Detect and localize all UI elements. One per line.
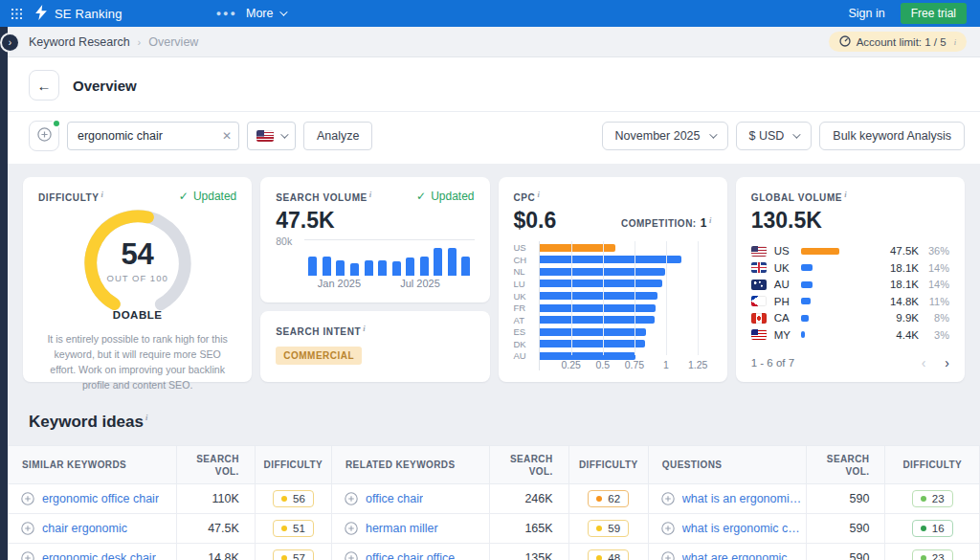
- info-icon[interactable]: i: [101, 190, 104, 199]
- gridline: [698, 241, 699, 355]
- cpc-x-tick: 0.25: [561, 359, 580, 370]
- column-header-search-vol[interactable]: SEARCHVOL.: [807, 446, 885, 484]
- keyword-search-input[interactable]: [67, 122, 239, 150]
- cpc-x-tick: 1.25: [688, 359, 707, 370]
- difficulty-cell: 56: [255, 484, 331, 514]
- add-keyword-button[interactable]: [29, 121, 59, 151]
- keyword-link[interactable]: what are ergonomic ch…: [682, 551, 806, 560]
- keyword-link[interactable]: ergonomic office chair: [42, 492, 159, 505]
- difficulty-dot-icon: [281, 496, 287, 502]
- keyword-link[interactable]: office chair office: [366, 551, 455, 560]
- search-vol-cell: 110K: [176, 484, 255, 514]
- add-keyword-icon[interactable]: [661, 522, 675, 535]
- country-volume-row: CA9.9K8%: [751, 309, 949, 326]
- search-volume-chart: 80k Jan 2025Jul 2025: [276, 239, 474, 291]
- clear-input-icon[interactable]: ✕: [222, 129, 232, 143]
- keyword-link[interactable]: what is ergonomic chair: [682, 522, 806, 535]
- cpc-bar-row: [540, 254, 712, 266]
- column-header-difficulty[interactable]: DIFFICULTY: [255, 446, 331, 484]
- cpc-bar-row: [540, 325, 712, 338]
- cpc-country-label: FR: [514, 302, 539, 314]
- country-volume-percent: 36%: [919, 245, 949, 257]
- keyword-cell-content: what is ergonomic chair: [661, 522, 806, 535]
- info-icon[interactable]: i: [363, 324, 366, 333]
- difficulty-cell: 23: [885, 544, 980, 560]
- column-header-difficulty[interactable]: DIFFICULTY: [885, 446, 980, 484]
- bulk-analysis-button[interactable]: Bulk keyword Analysis: [819, 122, 965, 150]
- plus-circle-icon: [37, 127, 52, 145]
- account-limit-badge: Account limit: 1 / 5i: [829, 32, 967, 52]
- info-icon[interactable]: i: [709, 215, 712, 225]
- keyword-link[interactable]: ergonomic desk chair: [42, 551, 156, 560]
- column-header-search-vol[interactable]: SEARCHVOL.: [176, 446, 255, 484]
- column-header-difficulty[interactable]: DIFFICULTY: [568, 446, 648, 484]
- keyword-cell-content: ergonomic desk chair: [21, 551, 176, 560]
- add-keyword-icon[interactable]: [21, 492, 34, 505]
- difficulty-dot-icon: [921, 526, 926, 531]
- volume-bar: [406, 258, 414, 276]
- difficulty-label: DIFFICULTYi: [38, 190, 104, 203]
- analyze-button[interactable]: Analyze: [303, 122, 372, 150]
- brand-logo[interactable]: SE Ranking: [34, 5, 122, 23]
- more-menu[interactable]: More: [246, 7, 285, 20]
- country-code: MY: [774, 329, 797, 341]
- breadcrumb-parent[interactable]: Keyword Research: [29, 35, 130, 49]
- column-header-keywords[interactable]: SIMILAR KEYWORDS: [9, 446, 177, 484]
- cpc-x-tick: 0.75: [625, 359, 644, 370]
- table-row: ergonomic office chair110K56office chair…: [9, 484, 980, 514]
- cpc-country-labels: USCHNLLUUKFRATESDKAU: [514, 241, 539, 370]
- add-keyword-icon[interactable]: [661, 551, 675, 560]
- column-header-keywords[interactable]: RELATED KEYWORDS: [331, 446, 489, 484]
- difficulty-dot-icon: [596, 555, 602, 560]
- sign-in-link[interactable]: Sign in: [848, 7, 884, 20]
- search-toolbar: ✕ Analyze November 2025 $ USD Bulk keywo…: [8, 112, 980, 164]
- keyword-link[interactable]: chair ergonomic: [42, 522, 127, 535]
- top-bar: SE Ranking ●●● More Sign in Free trial: [0, 0, 980, 27]
- info-icon[interactable]: i: [844, 190, 847, 199]
- keyword-link[interactable]: herman miller: [366, 522, 438, 535]
- keyword-cell: office chair: [331, 484, 489, 514]
- keyword-link[interactable]: office chair: [366, 492, 423, 505]
- us-flag-icon: [256, 130, 274, 142]
- keyword-link[interactable]: what is an ergonomic c…: [682, 492, 806, 505]
- volume-bar: [392, 261, 401, 276]
- check-icon: ✓: [179, 190, 189, 203]
- difficulty-dot-icon: [281, 526, 287, 531]
- info-icon[interactable]: i: [145, 413, 147, 422]
- sidebar-expand-button[interactable]: ›: [2, 34, 18, 51]
- more-dots-menu[interactable]: ●●●: [216, 9, 237, 18]
- currency-select[interactable]: $ USD: [736, 122, 813, 150]
- add-keyword-icon[interactable]: [661, 492, 675, 505]
- add-keyword-icon[interactable]: [21, 522, 34, 535]
- difficulty-badge: 57: [273, 549, 314, 560]
- column-header-search-vol[interactable]: SEARCHVOL.: [490, 446, 568, 484]
- add-keyword-icon[interactable]: [345, 551, 358, 560]
- column-header-keywords[interactable]: QUESTIONS: [648, 446, 806, 484]
- add-keyword-icon[interactable]: [21, 551, 34, 560]
- back-button[interactable]: ←: [29, 70, 59, 101]
- country-volume-percent: 14%: [919, 262, 949, 274]
- info-icon[interactable]: i: [954, 37, 956, 47]
- free-trial-button[interactable]: Free trial: [901, 3, 967, 24]
- keyword-cell-content: office chair office: [345, 551, 489, 560]
- competition-value: 1: [701, 216, 707, 230]
- date-select[interactable]: November 2025: [602, 122, 728, 150]
- country-volume-row: UK18.1K14%: [751, 259, 949, 277]
- info-icon[interactable]: i: [537, 190, 540, 199]
- country-select[interactable]: [247, 122, 296, 150]
- apps-grid-icon[interactable]: [11, 9, 22, 19]
- country-volume-value: 14.8K: [890, 296, 919, 307]
- add-keyword-icon[interactable]: [345, 492, 358, 505]
- country-volume-row: US47.5K36%: [751, 242, 949, 259]
- difficulty-cell: 51: [255, 514, 331, 544]
- pagination-prev-icon[interactable]: ‹: [922, 355, 926, 370]
- cpc-bar: [540, 316, 656, 324]
- table-row: ergonomic desk chair14.8K57office chair …: [9, 544, 980, 560]
- info-icon[interactable]: i: [369, 190, 372, 199]
- cpc-bar: [540, 244, 616, 252]
- country-code: UK: [774, 262, 797, 274]
- gridline: [571, 241, 572, 355]
- pagination-next-icon[interactable]: ›: [945, 355, 949, 370]
- difficulty-badge: 56: [273, 490, 314, 507]
- add-keyword-icon[interactable]: [345, 522, 358, 535]
